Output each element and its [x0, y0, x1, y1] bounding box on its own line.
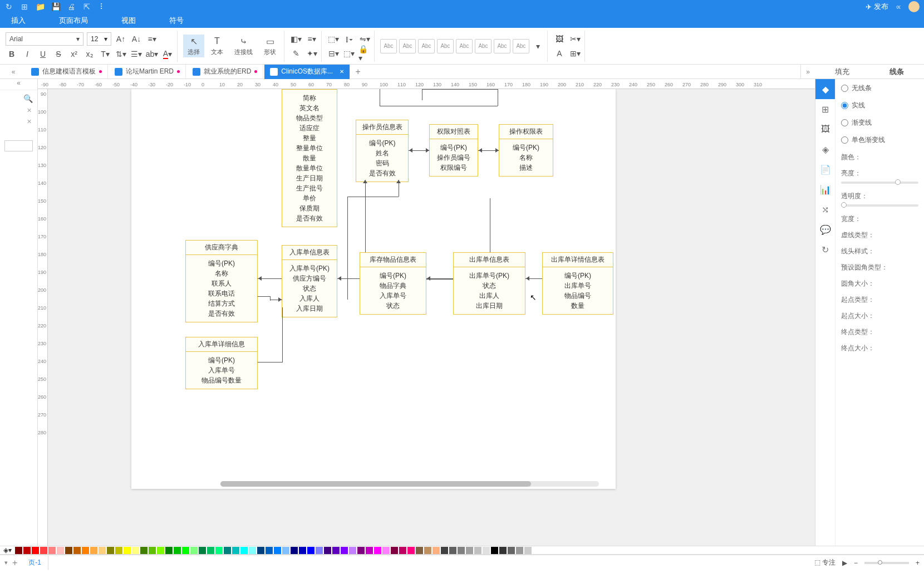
list-icon[interactable]: ☰▾ [130, 48, 142, 60]
color-swatch[interactable] [82, 547, 89, 554]
char-icon[interactable]: A [553, 47, 566, 60]
save-icon[interactable]: 💾 [51, 2, 60, 11]
color-swatch[interactable] [424, 547, 431, 554]
style-more-icon[interactable]: ▾ [532, 40, 544, 52]
color-swatch[interactable] [516, 547, 523, 554]
close-icon[interactable]: ✕ [336, 68, 344, 75]
menu-insert[interactable]: 插入 [11, 16, 26, 26]
radio-solid[interactable]: 实线 [841, 101, 918, 110]
style-swatch[interactable]: Abc [494, 39, 510, 53]
color-swatch[interactable] [32, 547, 39, 554]
underline-icon[interactable]: U [37, 48, 49, 60]
crop-icon[interactable]: ✂▾ [569, 33, 581, 45]
props-grid-icon[interactable]: ⊞ [815, 99, 835, 119]
color-swatch[interactable] [332, 547, 340, 554]
style-swatch[interactable]: Abc [399, 39, 416, 53]
tabs-prev[interactable]: « [2, 68, 24, 76]
distribute-icon[interactable]: ⊟▾ [327, 47, 340, 60]
style-swatch[interactable]: Abc [437, 39, 454, 53]
color-swatch[interactable] [73, 547, 81, 554]
highlight-icon[interactable]: ab▾ [146, 48, 158, 60]
strike-icon[interactable]: S [52, 48, 65, 60]
grid-icon[interactable]: ⊞▾ [569, 47, 581, 60]
color-swatch[interactable] [224, 547, 231, 554]
props-comment-icon[interactable]: 💬 [815, 219, 835, 239]
menu-view[interactable]: 视图 [121, 16, 136, 26]
color-swatch[interactable] [149, 547, 156, 554]
hscroll-thumb[interactable] [220, 481, 531, 487]
menu-symbol[interactable]: 符号 [169, 16, 184, 26]
color-swatch[interactable] [316, 547, 323, 554]
erd-stock[interactable]: 库存物品信息表 编号(PK)物品字典入库单号状态 [360, 252, 426, 315]
fontcolor-icon[interactable]: A▾ [161, 48, 174, 60]
color-swatch[interactable] [441, 547, 448, 554]
props-chart-icon[interactable]: 📊 [815, 179, 835, 199]
export-icon[interactable]: ⇱ [82, 2, 91, 11]
color-swatch[interactable] [366, 547, 373, 554]
more-icon[interactable]: ⠇ [98, 2, 107, 11]
superscript-icon[interactable]: x² [68, 48, 80, 60]
play-icon[interactable]: ▶ [842, 559, 847, 567]
tool-text[interactable]: T文本 [207, 35, 228, 57]
publish-button[interactable]: ✈ 发布 [866, 2, 888, 12]
doc-tab-active[interactable]: ClinicOS数据库...✕ [264, 65, 350, 79]
color-swatch[interactable] [466, 547, 473, 554]
color-swatch[interactable] [374, 547, 381, 554]
zoom-in[interactable]: + [916, 559, 920, 567]
color-swatch[interactable] [282, 547, 289, 554]
shape-thumb[interactable] [4, 140, 33, 151]
align2-icon[interactable]: ⫿▾ [343, 33, 355, 45]
color-swatch[interactable] [174, 547, 181, 554]
color-swatch[interactable] [115, 547, 122, 554]
color-swatch[interactable] [341, 547, 348, 554]
tab-add[interactable]: + [351, 67, 365, 77]
erd-permmap[interactable]: 权限对照表 编号(PK)操作员编号权限编号 [429, 124, 478, 177]
font-select[interactable]: Arial▾ [6, 32, 83, 46]
color-swatch[interactable] [432, 547, 440, 554]
open-icon[interactable]: 📁 [36, 2, 45, 11]
tab-fill[interactable]: 填充 [815, 65, 869, 79]
color-swatch[interactable] [491, 547, 498, 554]
color-swatch[interactable] [483, 547, 490, 554]
zoom-out[interactable]: − [854, 559, 858, 567]
color-swatch[interactable] [474, 547, 481, 554]
tab-line[interactable]: 线条 [869, 65, 924, 79]
eyedropper-icon[interactable]: ✎ [290, 47, 302, 60]
color-swatch[interactable] [65, 547, 72, 554]
tool-shape[interactable]: ▭形状 [259, 35, 281, 57]
lock-icon[interactable]: 🔒▾ [358, 47, 371, 60]
close-shapes[interactable]: ✕ [0, 118, 37, 129]
group-icon[interactable]: ⬚▾ [327, 33, 340, 45]
lineweight-icon[interactable]: ≡▾ [306, 33, 318, 45]
flip-icon[interactable]: ⇋▾ [358, 33, 371, 45]
props-history-icon[interactable]: ↻ [815, 239, 835, 259]
color-swatch[interactable] [182, 547, 189, 554]
color-swatch[interactable] [132, 547, 139, 554]
color-swatch[interactable] [324, 547, 331, 554]
erd-inorder[interactable]: 入库单信息表 入库单号(PK)供应方编号状态入库人入库日期 [282, 245, 337, 317]
style-swatch[interactable]: Abc [418, 39, 435, 53]
canvas[interactable]: 简称英文名物品类型适应症整量整量单位散量散量单位生产日期生产批号单价保质期是否有… [48, 89, 815, 546]
erd-perm[interactable]: 操作权限表 编号(PK)名称描述 [499, 124, 553, 177]
erd-supplier[interactable]: 供应商字典 编号(PK)名称联系人联系电话结算方式是否有效 [185, 240, 258, 322]
color-swatch[interactable] [23, 547, 31, 554]
doc-tab[interactable]: 就业系统的ERD [187, 65, 263, 79]
color-swatch[interactable] [349, 547, 356, 554]
color-swatch[interactable] [399, 547, 406, 554]
image-icon[interactable]: 🖼 [553, 33, 566, 45]
erd-outorder[interactable]: 出库单信息表 出库单号(PK)状态出库人出库日期 [453, 252, 525, 315]
style-swatch[interactable]: Abc [456, 39, 473, 53]
tool-connector[interactable]: ⤷连接线 [230, 35, 257, 57]
color-swatch[interactable] [57, 547, 64, 554]
zoom-slider[interactable] [864, 562, 909, 564]
focus-mode[interactable]: ⬚ 专注 [814, 558, 835, 567]
color-swatch[interactable] [48, 547, 56, 554]
doc-tab[interactable]: 信息建模语言模板 [26, 65, 108, 79]
style-swatch[interactable]: Abc [475, 39, 492, 53]
add-page[interactable]: + [8, 558, 22, 568]
color-swatch[interactable] [107, 547, 114, 554]
redo-icon[interactable]: ↻ [4, 2, 13, 11]
slider-opacity[interactable] [841, 204, 918, 207]
erd-indetail[interactable]: 入库单详细信息 编号(PK)入库单号物品编号数量 [185, 337, 258, 389]
erd-outdetail[interactable]: 出库单详情信息表 编号(PK)出库单号物品编号数量 [542, 252, 613, 315]
